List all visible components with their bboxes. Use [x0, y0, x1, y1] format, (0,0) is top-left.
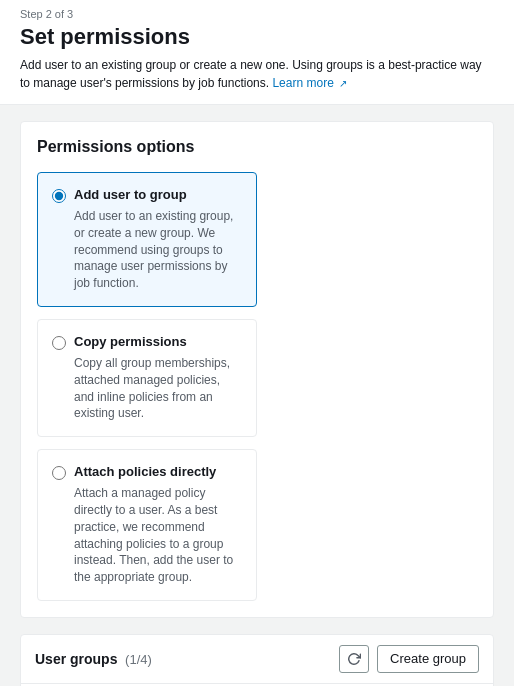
step-label: Step 2 of 3	[20, 8, 494, 20]
option-add-to-group-desc: Add user to an existing group, or create…	[74, 208, 242, 292]
external-link-icon: ↗	[339, 78, 347, 89]
refresh-icon	[347, 652, 361, 666]
learn-more-link[interactable]: Learn more ↗	[272, 76, 347, 90]
option-add-to-group[interactable]: Add user to group Add user to an existin…	[37, 172, 257, 307]
main-content: Permissions options Add user to group Ad…	[0, 105, 514, 686]
top-bar: Step 2 of 3 Set permissions Add user to …	[0, 0, 514, 105]
page-description: Add user to an existing group or create …	[20, 56, 494, 104]
option-copy-permissions-desc: Copy all group memberships, attached man…	[74, 355, 242, 422]
user-groups-header: User groups (1/4) Create group	[21, 635, 493, 684]
user-groups-section: User groups (1/4) Create group	[20, 634, 494, 686]
user-groups-title-area: User groups (1/4)	[35, 651, 152, 667]
create-group-button[interactable]: Create group	[377, 645, 479, 673]
permissions-options-box: Permissions options Add user to group Ad…	[20, 121, 494, 618]
page-title: Set permissions	[20, 24, 494, 50]
user-groups-title: User groups	[35, 651, 117, 667]
option-attach-policies-title: Attach policies directly	[74, 464, 242, 479]
refresh-button[interactable]	[339, 645, 369, 673]
header-actions: Create group	[339, 645, 479, 673]
option-attach-policies-radio[interactable]	[52, 466, 66, 480]
option-copy-permissions-title: Copy permissions	[74, 334, 242, 349]
option-attach-policies[interactable]: Attach policies directly Attach a manage…	[37, 449, 257, 601]
description-text: Add user to an existing group or create …	[20, 58, 482, 90]
permissions-options-title: Permissions options	[37, 138, 477, 156]
option-attach-policies-desc: Attach a managed policy directly to a us…	[74, 485, 242, 586]
option-copy-permissions[interactable]: Copy permissions Copy all group membersh…	[37, 319, 257, 437]
user-groups-count: (1/4)	[125, 652, 152, 667]
option-add-to-group-title: Add user to group	[74, 187, 242, 202]
options-grid: Add user to group Add user to an existin…	[37, 172, 477, 601]
option-copy-permissions-radio[interactable]	[52, 336, 66, 350]
option-add-to-group-radio[interactable]	[52, 189, 66, 203]
